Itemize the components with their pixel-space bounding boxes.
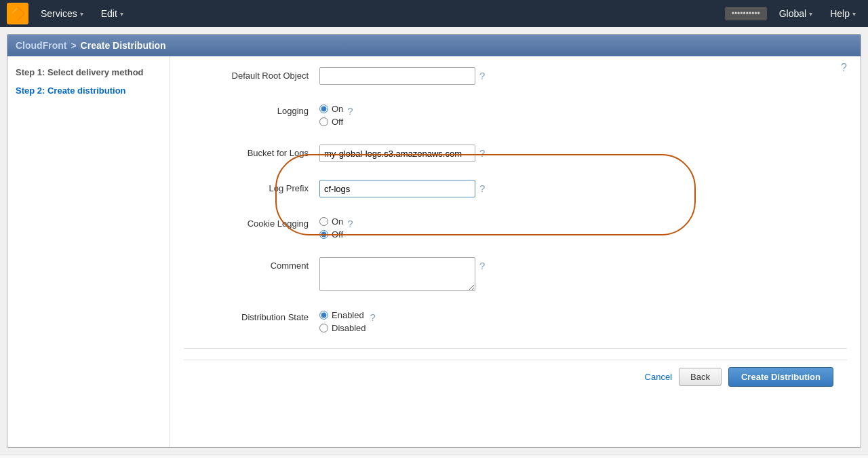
help-arrow-icon: ▾ <box>852 10 856 18</box>
help-label: Help <box>830 8 850 19</box>
logo-icon: 🔶 <box>10 6 25 21</box>
bucket-for-logs-input[interactable] <box>319 145 475 162</box>
distribution-state-enabled-label: Enabled <box>332 310 364 320</box>
back-button[interactable]: Back <box>679 368 722 386</box>
logging-off-radio[interactable] <box>319 117 328 126</box>
cookie-logging-radio-group: On Off <box>319 215 343 240</box>
sidebar-step1: Step 1: Select delivery method <box>16 67 161 77</box>
services-arrow-icon: ▾ <box>80 10 83 18</box>
log-prefix-row: Log Prefix ? <box>184 177 847 200</box>
bucket-for-logs-row: Bucket for Logs ? <box>184 142 847 165</box>
distribution-state-help-icon[interactable]: ? <box>370 311 376 323</box>
breadcrumb-separator: > <box>71 40 76 51</box>
button-bar: Cancel Back Create Distribution <box>184 360 847 394</box>
logging-on-radio[interactable] <box>319 104 328 113</box>
cancel-button[interactable]: Cancel <box>645 372 672 382</box>
panel-header: CloudFront > Create Distribution <box>7 35 861 56</box>
bucket-for-logs-help-icon[interactable]: ? <box>479 147 485 159</box>
form-divider <box>184 348 847 349</box>
edit-menu[interactable]: Edit ▾ <box>96 5 129 22</box>
logging-label: Logging <box>184 102 319 116</box>
create-distribution-button[interactable]: Create Distribution <box>728 367 833 387</box>
default-root-object-row: Default Root Object ? <box>184 64 847 88</box>
cookie-logging-row: Cookie Logging On Off ? <box>184 212 847 242</box>
logging-off-label: Off <box>332 117 343 127</box>
cookie-logging-control: On Off ? <box>319 215 847 240</box>
aws-logo: 🔶 <box>7 3 28 24</box>
global-arrow-icon: ▾ <box>809 10 812 18</box>
cookie-logging-help-icon[interactable]: ? <box>347 218 353 229</box>
sidebar-step2[interactable]: Step 2: Create distribution <box>16 85 161 96</box>
help-menu[interactable]: Help ▾ <box>825 5 861 22</box>
cookie-logging-off-option[interactable]: Off <box>319 229 343 240</box>
logging-help-icon[interactable]: ? <box>347 105 353 117</box>
cookie-logging-on-option[interactable]: On <box>319 216 343 227</box>
distribution-state-disabled-option[interactable]: Disabled <box>319 323 366 333</box>
distribution-state-control: Enabled Disabled ? <box>319 309 847 333</box>
distribution-state-enabled-option[interactable]: Enabled <box>319 310 366 320</box>
comment-control: ? <box>319 257 847 291</box>
top-navigation: 🔶 Services ▾ Edit ▾ •••••••••• Global ▾ … <box>0 0 868 27</box>
comment-textarea[interactable] <box>319 257 475 291</box>
sidebar-step1-label: Step 1: Select delivery method <box>16 67 144 77</box>
distribution-state-row: Distribution State Enabled Disabled ? <box>184 306 847 336</box>
log-prefix-control: ? <box>319 180 847 197</box>
global-menu[interactable]: Global ▾ <box>774 5 818 22</box>
cookie-logging-on-label: On <box>332 216 343 227</box>
breadcrumb-current: Create Distribution <box>81 40 166 51</box>
default-root-object-label: Default Root Object <box>184 67 319 81</box>
distribution-state-radio-group: Enabled Disabled <box>319 309 366 333</box>
cookie-logging-label: Cookie Logging <box>184 215 319 229</box>
content-area: Step 1: Select delivery method Step 2: C… <box>7 56 861 447</box>
footer: © 2008 - 2012, Amazon Web Services, Inc.… <box>0 455 868 458</box>
help-icon-top[interactable]: ? <box>841 62 847 74</box>
bucket-for-logs-label: Bucket for Logs <box>184 145 319 158</box>
services-label: Services <box>41 8 77 19</box>
logging-control: On Off ? <box>319 102 847 127</box>
default-root-object-help-icon[interactable]: ? <box>479 70 485 81</box>
logging-off-option[interactable]: Off <box>319 117 343 127</box>
default-root-object-control: ? <box>319 67 847 85</box>
global-label: Global <box>779 8 806 19</box>
default-root-object-input[interactable] <box>319 67 475 85</box>
comment-row: Comment ? <box>184 254 847 294</box>
cookie-logging-off-radio[interactable] <box>319 230 328 239</box>
log-prefix-label: Log Prefix <box>184 180 319 193</box>
bucket-for-logs-control: ? <box>319 145 847 162</box>
comment-help-icon[interactable]: ? <box>479 260 485 271</box>
logging-on-option[interactable]: On <box>319 104 343 114</box>
breadcrumb-parent[interactable]: CloudFront <box>16 40 66 51</box>
cookie-logging-on-radio[interactable] <box>319 217 328 226</box>
services-menu[interactable]: Services ▾ <box>35 5 89 22</box>
edit-label: Edit <box>101 8 117 19</box>
distribution-state-enabled-radio[interactable] <box>319 311 328 320</box>
distribution-state-label: Distribution State <box>184 309 319 322</box>
form-area: ? Default Root Object ? Logging <box>170 56 861 447</box>
account-display: •••••••••• <box>725 7 767 20</box>
distribution-state-disabled-radio[interactable] <box>319 324 328 332</box>
logging-radio-group: On Off <box>319 102 343 127</box>
log-prefix-input[interactable] <box>319 180 475 197</box>
logging-row: Logging On Off ? <box>184 100 847 130</box>
main-panel: CloudFront > Create Distribution Step 1:… <box>7 34 861 448</box>
sidebar-step2-link[interactable]: Step 2: Create distribution <box>16 85 126 96</box>
comment-label: Comment <box>184 257 319 271</box>
cookie-logging-off-label: Off <box>332 229 343 240</box>
log-prefix-help-icon[interactable]: ? <box>479 183 485 194</box>
sidebar: Step 1: Select delivery method Step 2: C… <box>7 56 170 447</box>
logging-on-label: On <box>332 104 343 114</box>
edit-arrow-icon: ▾ <box>120 10 123 18</box>
distribution-state-disabled-label: Disabled <box>332 323 366 333</box>
